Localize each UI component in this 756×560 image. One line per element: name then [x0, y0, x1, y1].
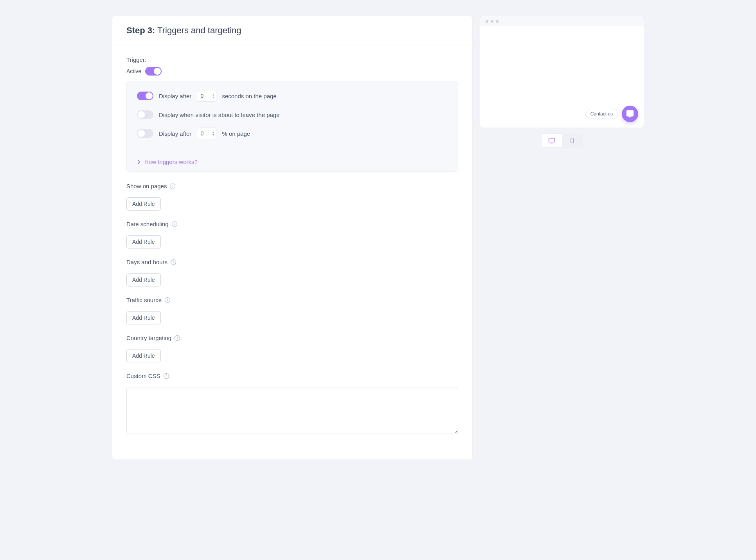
info-icon[interactable]: i	[175, 335, 180, 341]
info-icon[interactable]: i	[172, 221, 177, 227]
contact-label: Contact us	[585, 109, 618, 119]
desktop-tab[interactable]	[542, 134, 562, 147]
trigger-scroll-toggle[interactable]	[137, 129, 153, 138]
add-rule-button[interactable]: Add Rule	[126, 273, 161, 286]
panel-header: Step 3: Triggers and targeting	[112, 16, 472, 45]
trigger-scroll-suffix: % on page	[222, 130, 250, 137]
trigger-scroll-prefix: Display after	[159, 130, 191, 137]
triggers-box: Display after ▲▼ seconds on the page Dis…	[126, 81, 458, 172]
days-hours-label: Days and hours	[126, 259, 167, 265]
trigger-delay-suffix: seconds on the page	[222, 93, 276, 99]
country-targeting-label: Country targeting	[126, 335, 171, 341]
stepper-icons[interactable]: ▲▼	[212, 131, 214, 136]
country-targeting-section: Country targeting i Add Rule	[126, 335, 458, 362]
help-row: ❯ How triggers works?	[127, 152, 458, 171]
trigger-scroll-row: Display after ▲▼ % on page	[137, 128, 448, 139]
add-rule-button[interactable]: Add Rule	[126, 311, 161, 324]
trigger-label: Trigger:	[126, 56, 458, 63]
settings-panel: Step 3: Triggers and targeting Trigger: …	[112, 16, 473, 460]
window-dots-icon	[480, 16, 644, 26]
trigger-scroll-input-wrap: ▲▼	[197, 128, 216, 139]
trigger-exit-row: Display when visitor is about to leave t…	[137, 110, 448, 119]
info-icon[interactable]: i	[165, 297, 170, 303]
custom-css-label: Custom CSS	[126, 373, 160, 379]
chat-icon	[626, 110, 634, 118]
chevron-right-icon: ❯	[137, 159, 140, 164]
date-scheduling-label: Date scheduling	[126, 221, 169, 227]
trigger-exit-label: Display when visitor is about to leave t…	[159, 112, 280, 118]
traffic-source-label: Traffic source	[126, 297, 162, 303]
preview-body: Contact us	[480, 26, 644, 128]
custom-css-textarea[interactable]	[126, 387, 458, 434]
stepper-icons[interactable]: ▲▼	[212, 93, 214, 99]
active-label: Active	[126, 68, 141, 74]
device-switch	[541, 133, 583, 148]
trigger-exit-toggle[interactable]	[137, 110, 153, 119]
show-on-pages-label: Show on pages	[126, 183, 167, 189]
page-title: Step 3: Triggers and targeting	[126, 25, 458, 36]
trigger-delay-row: Display after ▲▼ seconds on the page	[137, 90, 448, 102]
contact-button[interactable]	[622, 106, 638, 122]
trigger-delay-toggle[interactable]	[137, 92, 153, 100]
step-title: Triggers and targeting	[155, 25, 241, 35]
info-icon[interactable]: i	[164, 373, 169, 379]
active-toggle[interactable]	[145, 67, 162, 76]
help-link[interactable]: How triggers works?	[144, 158, 198, 165]
preview-frame: Contact us	[480, 16, 644, 128]
info-icon[interactable]: i	[171, 259, 176, 265]
days-hours-section: Days and hours i Add Rule	[126, 259, 458, 286]
trigger-delay-input[interactable]	[200, 93, 208, 99]
info-icon[interactable]: i	[170, 184, 175, 189]
trigger-scroll-input[interactable]	[200, 130, 208, 137]
show-on-pages-section: Show on pages i Add Rule	[126, 183, 458, 211]
trigger-delay-prefix: Display after	[159, 93, 191, 99]
trigger-delay-input-wrap: ▲▼	[197, 90, 216, 102]
mobile-tab[interactable]	[562, 134, 583, 147]
mobile-icon	[569, 137, 575, 144]
custom-css-section: Custom CSS i	[126, 373, 458, 435]
add-rule-button[interactable]: Add Rule	[126, 197, 161, 211]
add-rule-button[interactable]: Add Rule	[126, 235, 161, 248]
traffic-source-section: Traffic source i Add Rule	[126, 297, 458, 324]
preview-column: Contact us	[480, 16, 644, 148]
svg-rect-0	[549, 138, 554, 142]
date-scheduling-section: Date scheduling i Add Rule	[126, 221, 458, 248]
desktop-icon	[548, 137, 556, 144]
add-rule-button[interactable]: Add Rule	[126, 349, 161, 362]
step-prefix: Step 3:	[126, 25, 155, 35]
